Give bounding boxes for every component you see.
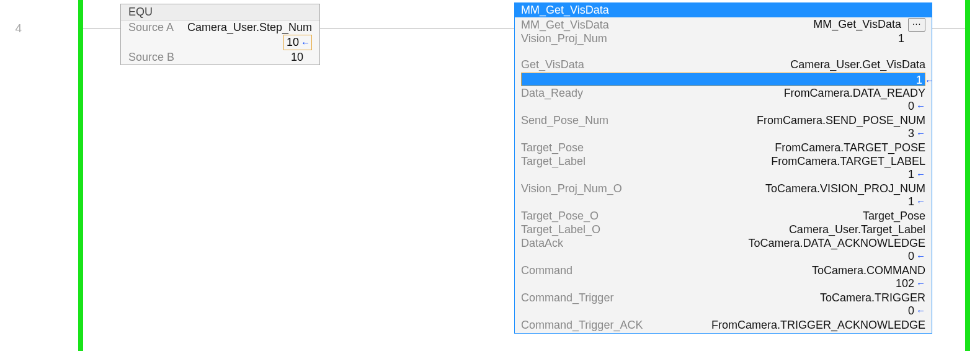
mm-param-value[interactable]: Camera_User.Target_Label [600, 223, 925, 236]
mm-param-num[interactable]: 0 [908, 99, 914, 113]
right-power-rail [965, 0, 970, 351]
mm-param-label: DataAck [521, 236, 563, 250]
wire-right [932, 29, 965, 29]
left-arrow-icon: ← [916, 304, 925, 318]
equ-sourceB-label: Source B [128, 50, 187, 64]
mm-param-label: Target_Label_O [521, 223, 600, 236]
mm-param-label: Vision_Proj_Num_O [521, 182, 622, 195]
equ-title: EQU [121, 4, 319, 20]
left-arrow-icon: ← [301, 35, 310, 50]
mm-title: MM_Get_VisData [515, 3, 932, 17]
mm-param-label: Get_VisData [521, 58, 584, 71]
mm-param-label: Send_Pose_Num [521, 113, 608, 127]
mm-param-value[interactable]: FromCamera.TARGET_POSE [584, 141, 925, 154]
mm-param-num[interactable]: 1 [908, 167, 914, 181]
mm-param-label: Vision_Proj_Num [521, 32, 607, 45]
left-arrow-icon: ← [916, 249, 925, 263]
mm-param-value[interactable]: FromCamera.TRIGGER_ACKNOWLEDGE [643, 318, 925, 332]
mm-param-value[interactable]: ToCamera.TRIGGER [613, 291, 925, 304]
equ-instruction-block[interactable]: EQU Source A Camera_User.Step_Num 10 ← S… [120, 4, 320, 65]
wire-mid [320, 29, 514, 29]
mm-param-label: Target_Pose [521, 141, 584, 154]
mm-param-value[interactable]: Target_Pose [599, 209, 925, 223]
mm-get-visdata-block[interactable]: MM_Get_VisData MM_Get_VisData MM_Get_Vis… [514, 2, 932, 334]
left-power-rail [78, 0, 83, 351]
mm-param-num[interactable]: 0 [908, 249, 914, 263]
mm-param-label: Command [521, 264, 572, 277]
mm-selected-value-field[interactable]: 1 [521, 73, 925, 86]
mm-param-label: MM_Get_VisData [521, 18, 609, 32]
equ-sourceB-value[interactable]: 10 [187, 50, 312, 64]
mm-param-num[interactable]: 1 [908, 195, 914, 208]
rung-number: 4 [0, 22, 22, 35]
left-arrow-icon: ← [925, 74, 934, 87]
left-arrow-icon: ← [916, 127, 925, 140]
mm-param-label: Target_Label [521, 154, 586, 168]
mm-param-label: Target_Pose_O [521, 209, 599, 223]
equ-sourceA-label: Source A [128, 20, 187, 35]
mm-param-num[interactable]: 0 [908, 304, 914, 318]
mm-param-value[interactable]: 1 [607, 32, 925, 45]
mm-param-value[interactable]: ToCamera.VISION_PROJ_NUM [622, 182, 925, 195]
left-arrow-icon: ← [916, 277, 925, 290]
equ-sourceA-value[interactable]: Camera_User.Step_Num [187, 20, 312, 35]
mm-param-value[interactable]: MM_Get_VisData ... [609, 17, 925, 32]
left-arrow-icon: ← [916, 99, 925, 113]
mm-param-num[interactable]: 102 [896, 277, 914, 290]
mm-param-label: Command_Trigger_ACK [521, 318, 643, 332]
wire-left [83, 29, 120, 29]
browse-button[interactable]: ... [908, 18, 925, 32]
mm-param-value[interactable]: FromCamera.DATA_READY [583, 86, 925, 100]
left-arrow-icon: ← [916, 167, 925, 181]
mm-param-value[interactable]: FromCamera.TARGET_LABEL [586, 154, 925, 168]
left-arrow-icon: ← [916, 195, 925, 208]
mm-param-value[interactable]: ToCamera.COMMAND [572, 264, 925, 277]
mm-param-value[interactable]: Camera_User.Get_VisData [584, 58, 925, 71]
mm-param-value[interactable]: FromCamera.SEND_POSE_NUM [608, 113, 925, 127]
mm-param-num[interactable]: 3 [908, 127, 914, 140]
equ-sourceA-num[interactable]: 10 ← [283, 35, 312, 50]
mm-param-value[interactable]: ToCamera.DATA_ACKNOWLEDGE [563, 236, 925, 250]
mm-param-label: Data_Ready [521, 86, 583, 100]
mm-param-label: Command_Trigger [521, 291, 613, 304]
